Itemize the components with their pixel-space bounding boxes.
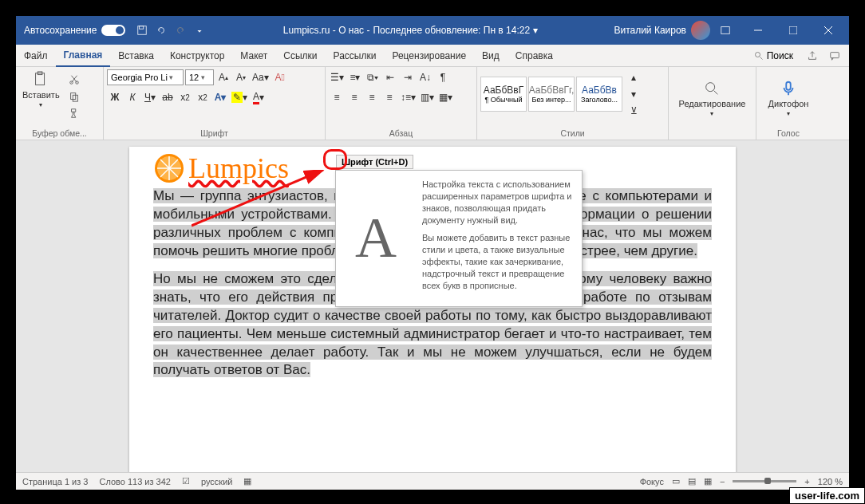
font-size-combo[interactable]: 12▾ <box>185 69 214 85</box>
styles-up-icon[interactable]: ▴ <box>626 69 642 85</box>
tab-mailings[interactable]: Рассылки <box>326 45 385 67</box>
undo-icon[interactable] <box>154 23 168 37</box>
highlight-button[interactable]: ✎▾ <box>230 89 249 105</box>
font-group-label: Шрифт <box>107 128 322 140</box>
tab-file[interactable]: Файл <box>16 45 56 67</box>
view-read-icon[interactable]: ▭ <box>672 476 680 486</box>
editing-group-label <box>672 128 752 140</box>
style-normal[interactable]: АаБбВвГ ¶ Обычный <box>480 77 527 112</box>
tab-review[interactable]: Рецензирование <box>384 45 474 67</box>
subscript-button[interactable]: x2 <box>177 89 193 105</box>
font-name-combo[interactable]: Georgia Pro Li▾ <box>107 69 184 85</box>
minimize-button[interactable] <box>741 16 776 45</box>
tab-view[interactable]: Вид <box>474 45 508 67</box>
status-language[interactable]: русский <box>201 477 232 486</box>
shading-button[interactable]: ▥▾ <box>419 89 436 105</box>
svg-point-4 <box>755 52 760 57</box>
tab-layout[interactable]: Макет <box>232 45 275 67</box>
titlebar-right: Виталий Каиров <box>614 16 846 45</box>
save-icon[interactable] <box>135 23 149 37</box>
view-print-icon[interactable]: ▤ <box>688 476 696 486</box>
shrink-font-button[interactable]: A▾ <box>233 69 249 85</box>
font-dialog-tooltip: Шрифт (Ctrl+D) А Настройка текста с испо… <box>335 170 583 307</box>
borders-button[interactable]: ▦▾ <box>437 89 454 105</box>
bullet-list-button[interactable]: ☰▾ <box>329 69 346 85</box>
user-name: Виталий Каиров <box>614 25 686 36</box>
font-color-button[interactable]: A▾ <box>251 89 267 105</box>
focus-mode-button[interactable]: Фокус <box>640 477 664 486</box>
share-button[interactable] <box>803 46 822 65</box>
styles-group-label: Стили <box>480 128 665 140</box>
maximize-button[interactable] <box>776 16 811 45</box>
style-nospacing-label: Без интер... <box>532 96 571 104</box>
styles-down-icon[interactable]: ▾ <box>626 86 642 102</box>
zoom-out-button[interactable]: − <box>720 477 725 486</box>
zoom-level[interactable]: 120 % <box>818 477 843 486</box>
zoom-in-button[interactable]: + <box>804 477 809 486</box>
increase-indent-button[interactable]: ⇥ <box>400 69 416 85</box>
accessibility-icon[interactable]: ▦ <box>243 476 251 486</box>
group-voice: Диктофон ▾ Голос <box>756 67 820 140</box>
paste-label: Вставить <box>22 90 60 100</box>
font-size-value: 12 <box>189 73 199 82</box>
decrease-indent-button[interactable]: ⇤ <box>382 69 398 85</box>
avatar <box>691 21 710 40</box>
show-marks-button[interactable]: ¶ <box>435 69 451 85</box>
user-account[interactable]: Виталий Каиров <box>614 21 710 40</box>
cut-button[interactable] <box>66 72 82 88</box>
view-web-icon[interactable]: ▦ <box>704 476 712 486</box>
underline-button[interactable]: Ч▾ <box>142 89 158 105</box>
tab-references[interactable]: Ссылки <box>275 45 325 67</box>
statusbar: Страница 1 из 3 Слово 113 из 342 ☑ русск… <box>16 472 849 490</box>
text-effects-button[interactable]: A▾ <box>212 89 228 105</box>
redo-icon[interactable] <box>173 23 188 37</box>
qat-dropdown-icon[interactable] <box>192 23 207 37</box>
format-painter-button[interactable] <box>66 105 82 121</box>
comments-button[interactable] <box>825 46 844 65</box>
multilevel-list-button[interactable]: ⧉▾ <box>365 69 381 85</box>
strikethrough-button[interactable]: ab <box>160 89 176 105</box>
tab-design[interactable]: Конструктор <box>162 45 232 67</box>
clear-formatting-button[interactable]: A⃠ <box>272 69 288 85</box>
dictate-button[interactable]: Диктофон ▾ <box>765 78 812 119</box>
bold-button[interactable]: Ж <box>107 89 123 105</box>
italic-button[interactable]: К <box>124 89 140 105</box>
copy-button[interactable] <box>66 89 82 104</box>
group-editing: Редактирование ▾ <box>669 67 756 140</box>
paste-button[interactable]: Вставить ▾ <box>19 69 63 110</box>
search-button[interactable]: Поиск <box>748 50 800 61</box>
align-right-button[interactable]: ≡ <box>364 89 380 105</box>
toggle-off-icon[interactable] <box>101 25 125 36</box>
grow-font-button[interactable]: A▴ <box>215 69 231 85</box>
style-heading[interactable]: АаБбВв Заголово... <box>576 77 622 112</box>
align-justify-button[interactable]: ≡ <box>381 89 397 105</box>
superscript-button[interactable]: x2 <box>195 89 211 105</box>
status-page[interactable]: Страница 1 из 3 <box>22 477 88 486</box>
zoom-slider[interactable] <box>733 480 796 482</box>
annotation-arrow-icon <box>192 170 335 234</box>
watermark: user-life.com <box>789 487 865 504</box>
change-case-button[interactable]: Aa▾ <box>251 69 271 85</box>
close-button[interactable] <box>811 16 846 45</box>
doc-subtitle: Последнее обновление: Пн в 14:22 <box>373 25 530 36</box>
align-center-button[interactable]: ≡ <box>346 89 362 105</box>
ribbon-options-icon[interactable] <box>718 23 733 37</box>
tab-home[interactable]: Главная <box>56 45 111 67</box>
status-words[interactable]: Слово 113 из 342 <box>99 477 171 486</box>
number-list-button[interactable]: ≡▾ <box>347 69 363 85</box>
tab-insert[interactable]: Вставка <box>110 45 162 67</box>
titlebar-left: Автосохранение <box>19 23 207 37</box>
font-name-value: Georgia Pro Li <box>111 73 168 82</box>
autosave-toggle[interactable]: Автосохранение <box>19 25 130 36</box>
chevron-down-icon[interactable]: ▾ <box>533 25 538 36</box>
spellcheck-icon[interactable]: ☑ <box>182 476 190 486</box>
styles-more-icon[interactable]: ⊻ <box>626 103 642 119</box>
line-spacing-button[interactable]: ↕≡▾ <box>399 89 417 105</box>
editing-button[interactable]: Редактирование ▾ <box>676 78 749 119</box>
tab-help[interactable]: Справка <box>508 45 561 67</box>
group-font: Georgia Pro Li▾ 12▾ A▴ A▾ Aa▾ A⃠ Ж К Ч▾ … <box>104 67 326 140</box>
align-left-button[interactable]: ≡ <box>329 89 345 105</box>
svg-rect-3 <box>789 26 797 34</box>
style-nospacing[interactable]: АаБбВвГг, Без интер... <box>528 77 575 112</box>
sort-button[interactable]: A↓ <box>417 69 433 85</box>
